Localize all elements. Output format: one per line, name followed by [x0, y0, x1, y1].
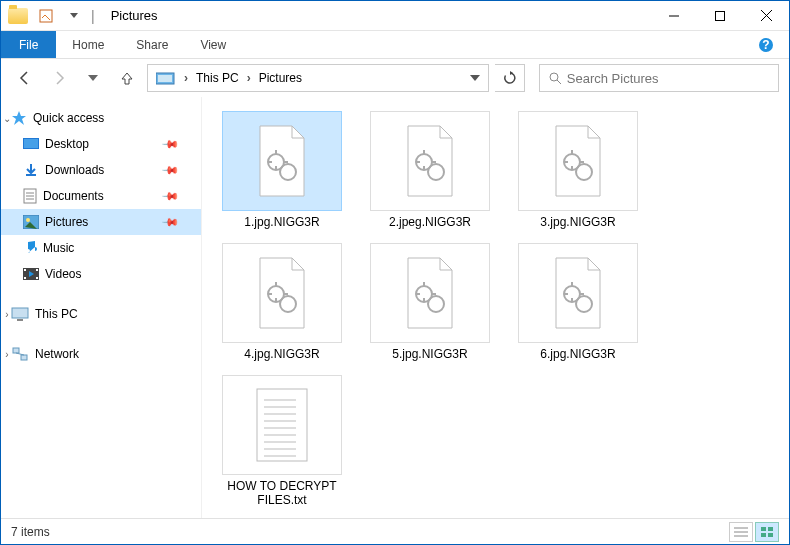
content-area: ⌄ Quick access Desktop 📌 Downloads 📌 Doc… — [1, 97, 789, 518]
tab-home[interactable]: Home — [56, 31, 120, 58]
ribbon-tabs: File Home Share View ? — [1, 31, 789, 59]
documents-icon — [23, 188, 37, 204]
star-icon — [11, 110, 27, 126]
file-thumbnail — [222, 243, 342, 343]
status-bar: 7 items — [1, 518, 789, 544]
breadcrumb-root-icon[interactable] — [150, 65, 182, 91]
window-title: Pictures — [111, 8, 158, 23]
svg-rect-22 — [36, 269, 38, 271]
sidebar-item-desktop[interactable]: Desktop 📌 — [1, 131, 201, 157]
file-view[interactable]: 1.jpg.NIGG3R2.jpeg.NIGG3R3.jpg.NIGG3R4.j… — [201, 97, 789, 518]
back-button[interactable] — [11, 64, 39, 92]
pictures-icon — [23, 215, 39, 229]
svg-rect-27 — [21, 355, 27, 360]
breadcrumb-pictures[interactable]: Pictures — [253, 65, 308, 91]
file-thumbnail — [518, 243, 638, 343]
sidebar-item-music[interactable]: Music — [1, 235, 201, 261]
svg-point-9 — [550, 73, 558, 81]
sidebar-item-label: Pictures — [45, 215, 88, 229]
file-item[interactable]: 2.jpeg.NIGG3R — [360, 111, 500, 229]
pin-icon: 📌 — [160, 212, 179, 231]
caret-icon[interactable]: ⌄ — [1, 113, 13, 124]
file-item[interactable]: HOW TO DECRYPT FILES.txt — [212, 375, 352, 507]
file-label: 2.jpeg.NIGG3R — [389, 215, 471, 229]
videos-icon — [23, 267, 39, 281]
file-item[interactable]: 4.jpg.NIGG3R — [212, 243, 352, 361]
thumbnails-view-button[interactable] — [755, 522, 779, 542]
search-box[interactable] — [539, 64, 779, 92]
file-thumbnail — [370, 243, 490, 343]
breadcrumb-separator[interactable]: › — [245, 71, 253, 85]
desktop-icon — [23, 137, 39, 151]
tab-share[interactable]: Share — [120, 31, 184, 58]
breadcrumb-separator[interactable]: › — [182, 71, 190, 85]
caret-icon[interactable]: › — [1, 349, 13, 360]
svg-rect-12 — [24, 139, 38, 148]
file-item[interactable]: 1.jpg.NIGG3R — [212, 111, 352, 229]
sidebar-item-videos[interactable]: Videos — [1, 261, 201, 287]
details-view-button[interactable] — [729, 522, 753, 542]
svg-rect-23 — [36, 277, 38, 279]
maximize-button[interactable] — [697, 1, 743, 31]
sidebar-item-label: Documents — [43, 189, 104, 203]
tab-view[interactable]: View — [184, 31, 242, 58]
file-label: 3.jpg.NIGG3R — [540, 215, 615, 229]
file-thumbnail — [518, 111, 638, 211]
search-input[interactable] — [567, 71, 770, 86]
sidebar-item-documents[interactable]: Documents 📌 — [1, 183, 201, 209]
downloads-icon — [23, 162, 39, 178]
file-label: 1.jpg.NIGG3R — [244, 215, 319, 229]
refresh-button[interactable] — [495, 64, 525, 92]
breadcrumb-dropdown[interactable] — [464, 65, 486, 91]
svg-rect-8 — [158, 75, 172, 82]
minimize-button[interactable] — [651, 1, 697, 31]
title-separator: | — [91, 8, 95, 24]
sidebar-item-pictures[interactable]: Pictures 📌 — [1, 209, 201, 235]
breadcrumb-this-pc[interactable]: This PC — [190, 65, 245, 91]
close-button[interactable] — [743, 1, 789, 31]
pin-icon: 📌 — [160, 160, 179, 179]
svg-rect-24 — [12, 308, 28, 318]
svg-rect-20 — [24, 269, 26, 271]
file-item[interactable]: 3.jpg.NIGG3R — [508, 111, 648, 229]
search-icon — [548, 71, 561, 85]
recent-dropdown[interactable] — [79, 64, 107, 92]
file-tab[interactable]: File — [1, 31, 56, 58]
svg-rect-56 — [761, 533, 766, 537]
qat-properties-icon[interactable] — [35, 5, 57, 27]
help-button[interactable]: ? — [751, 31, 781, 58]
this-pc-icon — [11, 307, 29, 321]
title-bar: | Pictures — [1, 1, 789, 31]
up-button[interactable] — [113, 64, 141, 92]
svg-rect-55 — [768, 527, 773, 531]
sidebar-item-label: Music — [43, 241, 74, 255]
item-count: 7 items — [11, 525, 50, 539]
svg-line-28 — [16, 353, 24, 355]
file-item[interactable]: 5.jpg.NIGG3R — [360, 243, 500, 361]
file-label: 6.jpg.NIGG3R — [540, 347, 615, 361]
file-thumbnail — [222, 375, 342, 475]
sidebar-item-downloads[interactable]: Downloads 📌 — [1, 157, 201, 183]
svg-rect-2 — [716, 11, 725, 20]
navigation-bar: › This PC › Pictures — [1, 59, 789, 97]
network-icon — [11, 347, 29, 361]
svg-rect-57 — [768, 533, 773, 537]
sidebar-network[interactable]: › Network — [1, 341, 201, 367]
caret-icon[interactable]: › — [1, 309, 13, 320]
svg-rect-54 — [761, 527, 766, 531]
qat-dropdown-icon[interactable] — [63, 5, 85, 27]
file-thumbnail — [222, 111, 342, 211]
navigation-pane: ⌄ Quick access Desktop 📌 Downloads 📌 Doc… — [1, 97, 201, 518]
forward-button[interactable] — [45, 64, 73, 92]
file-label: 5.jpg.NIGG3R — [392, 347, 467, 361]
sidebar-this-pc[interactable]: › This PC — [1, 301, 201, 327]
sidebar-item-label: Videos — [45, 267, 81, 281]
address-bar[interactable]: › This PC › Pictures — [147, 64, 489, 92]
sidebar-quick-access[interactable]: ⌄ Quick access — [1, 105, 201, 131]
music-icon — [23, 240, 37, 256]
svg-point-18 — [26, 218, 30, 222]
sidebar-item-label: Downloads — [45, 163, 104, 177]
file-item[interactable]: 6.jpg.NIGG3R — [508, 243, 648, 361]
svg-rect-21 — [24, 277, 26, 279]
pin-icon: 📌 — [160, 134, 179, 153]
